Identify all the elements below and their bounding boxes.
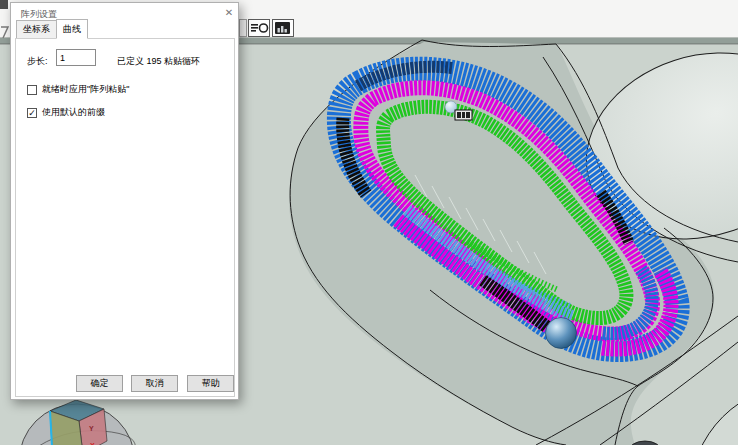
toolbar-button-partial[interactable] — [239, 19, 247, 37]
ok-button[interactable]: 确定 — [76, 375, 123, 392]
checkbox-apply-on-ready[interactable]: 就绪时应用"阵列粘贴" — [27, 83, 129, 96]
array-settings-dialog: 阵列设置 ✕ 坐标系 曲线 步长: 已定义 195 粘贴循环 就绪时应用"阵列粘… — [10, 2, 239, 400]
step-summary: 已定义 195 粘贴循环 — [117, 55, 200, 68]
checkbox-default-prefix-label: 使用默认的前缀 — [42, 106, 105, 119]
checkbox-apply-on-ready-label: 就绪时应用"阵列粘贴" — [42, 83, 129, 96]
array-overlay-badge — [455, 110, 472, 120]
toolbar-icon-fragment — [0, 0, 8, 9]
help-button[interactable]: 帮助 — [187, 375, 234, 392]
list-circle-icon — [249, 20, 269, 36]
checkbox-checked-icon[interactable]: ✓ — [27, 108, 37, 118]
close-icon[interactable]: ✕ — [221, 6, 237, 20]
step-input[interactable] — [56, 49, 96, 66]
bar-chart-icon — [273, 20, 293, 36]
y-axis-label: Y — [89, 425, 94, 432]
statistics-button[interactable] — [272, 19, 294, 37]
cancel-button[interactable]: 取消 — [131, 375, 178, 392]
checkbox-unchecked-icon[interactable] — [27, 85, 37, 95]
tab-strip: 坐标系 曲线 — [16, 24, 87, 39]
checkbox-default-prefix[interactable]: ✓ 使用默认的前缀 — [27, 106, 105, 119]
step-label: 步长: — [27, 55, 48, 68]
application-window: Y X 阵列设置 ✕ — [0, 0, 738, 445]
tab-curve[interactable]: 曲线 — [56, 19, 88, 39]
named-views-button[interactable] — [248, 19, 270, 37]
track-sphere — [546, 318, 577, 349]
tab-coordinate-system[interactable]: 坐标系 — [16, 20, 57, 39]
